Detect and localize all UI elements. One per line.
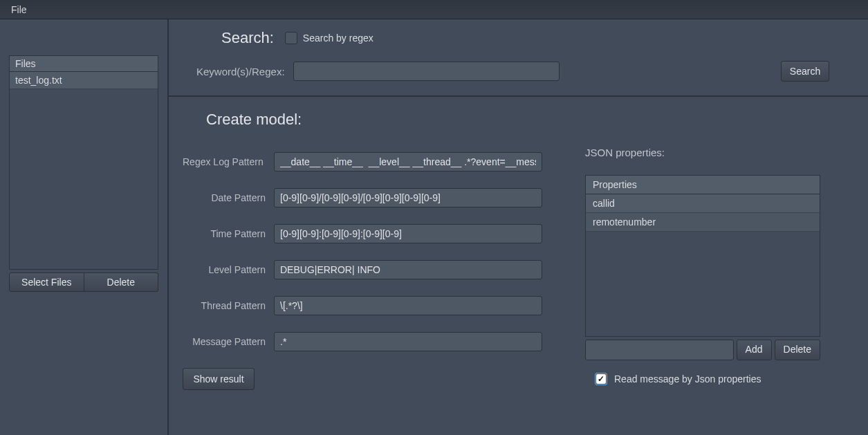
search-title: Search: xyxy=(221,29,274,47)
search-section: Search: Search by regex Keyword(s)/Regex… xyxy=(169,19,868,97)
file-row[interactable]: test_log.txt xyxy=(10,72,158,89)
time-pattern-input[interactable] xyxy=(274,224,542,243)
keyword-input[interactable] xyxy=(293,62,560,81)
level-pattern-input[interactable] xyxy=(274,260,542,279)
thread-pattern-input[interactable] xyxy=(274,296,542,315)
add-property-button[interactable]: Add xyxy=(737,340,772,360)
search-input-row: Keyword(s)/Regex: Search xyxy=(183,61,854,82)
thread-pattern-row: Thread Pattern xyxy=(183,296,548,315)
date-pattern-label: Date Pattern xyxy=(183,192,274,203)
json-properties-list[interactable]: callid remotenumber xyxy=(586,194,820,336)
menubar: File xyxy=(0,0,868,19)
files-panel: Files test_log.txt xyxy=(9,55,158,270)
sidebar-buttons: Select Files Delete xyxy=(9,272,158,292)
files-header: Files xyxy=(10,56,158,72)
regex-log-pattern-input[interactable] xyxy=(274,152,542,172)
search-button[interactable]: Search xyxy=(781,61,829,82)
json-properties-header: Properties xyxy=(586,176,820,194)
message-pattern-row: Message Pattern xyxy=(183,332,548,351)
search-by-regex-checkbox[interactable] xyxy=(285,32,297,44)
date-pattern-input[interactable] xyxy=(274,188,542,207)
regex-checkbox-wrap: Search by regex xyxy=(285,32,373,44)
pattern-column: Create model: Regex Log Pattern Date Pat… xyxy=(183,111,548,390)
create-model-title: Create model: xyxy=(183,111,548,129)
time-pattern-row: Time Pattern xyxy=(183,224,548,243)
level-pattern-label: Level Pattern xyxy=(183,264,274,275)
content: Files test_log.txt Select Files Delete S… xyxy=(0,19,868,435)
read-by-json-checkbox[interactable] xyxy=(595,373,607,385)
create-model-section: Create model: Regex Log Pattern Date Pat… xyxy=(169,97,868,404)
json-properties-title: JSON properties: xyxy=(585,147,820,158)
json-property-row[interactable]: remotenumber xyxy=(586,213,820,232)
regex-log-pattern-row: Regex Log Pattern xyxy=(183,152,548,172)
json-property-input-row: Add Delete xyxy=(585,340,820,360)
read-by-json-label: Read message by Json properties xyxy=(614,373,761,385)
json-properties-column: JSON properties: Properties callid remot… xyxy=(585,111,820,390)
main-panel: Search: Search by regex Keyword(s)/Regex… xyxy=(169,19,868,435)
time-pattern-label: Time Pattern xyxy=(183,228,274,239)
files-list[interactable]: test_log.txt xyxy=(10,72,158,269)
keyword-label: Keyword(s)/Regex: xyxy=(196,66,286,77)
search-by-regex-label: Search by regex xyxy=(303,33,373,44)
regex-log-pattern-label: Regex Log Pattern xyxy=(183,156,274,167)
json-properties-panel: Properties callid remotenumber xyxy=(585,175,820,337)
menu-file[interactable]: File xyxy=(3,2,35,17)
date-pattern-row: Date Pattern xyxy=(183,188,548,207)
json-property-row[interactable]: callid xyxy=(586,194,820,213)
delete-file-button[interactable]: Delete xyxy=(84,272,159,292)
sidebar: Files test_log.txt Select Files Delete xyxy=(0,19,169,435)
show-result-button[interactable]: Show result xyxy=(183,368,255,390)
message-pattern-label: Message Pattern xyxy=(183,336,274,347)
level-pattern-row: Level Pattern xyxy=(183,260,548,279)
message-pattern-input[interactable] xyxy=(274,332,542,351)
json-property-input[interactable] xyxy=(585,340,734,360)
search-title-row: Search: Search by regex xyxy=(183,29,854,47)
select-files-button[interactable]: Select Files xyxy=(9,272,84,292)
thread-pattern-label: Thread Pattern xyxy=(183,300,274,311)
read-by-json-row: Read message by Json properties xyxy=(585,373,820,385)
delete-property-button[interactable]: Delete xyxy=(775,340,820,360)
